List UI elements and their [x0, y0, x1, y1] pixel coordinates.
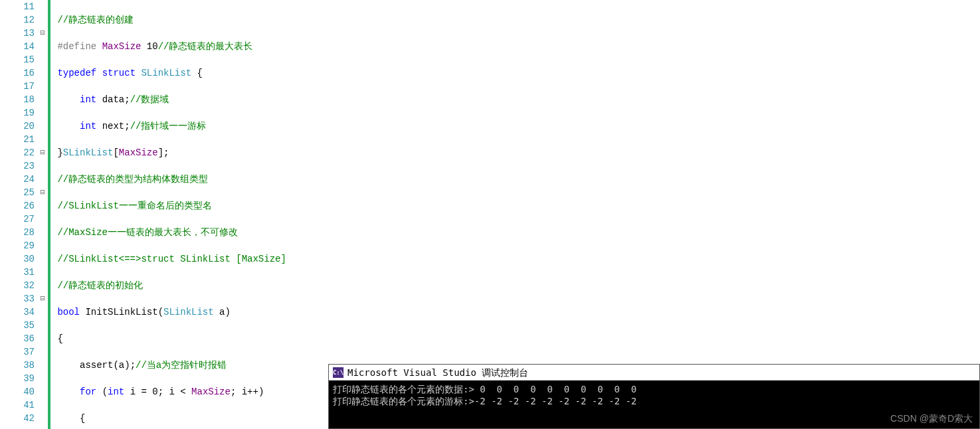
console-titlebar[interactable]: C:\ Microsoft Visual Studio 调试控制台: [329, 365, 979, 381]
comment: //SLinkList<==>struct SLinkList [MaxSize…: [57, 254, 286, 264]
console-title-text: Microsoft Visual Studio 调试控制台: [347, 365, 528, 381]
comment: //静态链表的最大表长: [158, 41, 253, 52]
macro: MaxSize: [191, 386, 231, 397]
keyword: for: [80, 386, 96, 397]
fold-toggle-icon[interactable]: ⊟: [37, 146, 48, 159]
line-number: 23: [0, 159, 35, 173]
keyword: typedef: [57, 68, 96, 78]
line-number: 16: [0, 66, 35, 80]
code-line[interactable]: {: [52, 332, 980, 345]
comment: //SLinkList一一重命名后的类型名: [57, 201, 211, 211]
type: SLinkList: [63, 147, 114, 158]
line-number: 40: [0, 385, 35, 398]
punct: ];: [158, 147, 169, 158]
brace: {: [80, 413, 85, 424]
line-number: 41: [0, 398, 35, 412]
punct: (: [158, 307, 163, 317]
line-number: 21: [0, 133, 35, 146]
type: SLinkList: [163, 307, 214, 317]
line-number: 42: [0, 412, 35, 425]
code-line[interactable]: int next;//指针域一一游标: [52, 120, 980, 133]
type: SLinkList: [141, 68, 191, 78]
fold-toggle-icon[interactable]: ⊟: [37, 27, 48, 40]
fold-toggle-icon[interactable]: ⊟: [37, 292, 48, 305]
line-number: 13: [0, 27, 35, 40]
code-line[interactable]: //SLinkList一一重命名后的类型名: [52, 199, 980, 213]
macro: MaxSize: [119, 147, 158, 158]
line-number: 12: [0, 13, 35, 27]
identifier: a: [119, 360, 124, 371]
line-number: 33: [0, 292, 35, 305]
identifier: data: [102, 94, 125, 105]
comment: //MaxSize一一链表的最大表长，不可修改: [57, 227, 238, 238]
comment: //静态链表的初始化: [57, 280, 143, 291]
preprocessor: #define: [57, 41, 96, 52]
console-line: 打印静态链表的各个元素的数据:> 0 0 0 0 0 0 0 0 0 0: [333, 383, 975, 395]
line-number: 22: [0, 146, 35, 159]
line-number-gutter: 11 12 13 14 15 16 17 18 19 20 21 22 23 2…: [0, 0, 37, 429]
code-line[interactable]: //SLinkList<==>struct SLinkList [MaxSize…: [52, 252, 980, 266]
punct: [: [113, 147, 118, 158]
comment: //当a为空指针时报错: [136, 360, 227, 371]
brace: {: [191, 68, 203, 78]
punct: );: [124, 360, 136, 371]
line-number: 11: [0, 0, 35, 13]
comment: //静态链表的创建: [57, 15, 134, 25]
line-number: 28: [0, 226, 35, 239]
code-line[interactable]: typedef struct SLinkList {: [52, 66, 980, 80]
line-number: 26: [0, 199, 35, 213]
keyword: struct: [102, 68, 136, 78]
brace: }: [57, 147, 62, 158]
line-number: 38: [0, 359, 35, 372]
line-number: 18: [0, 93, 35, 106]
fold-toggle-icon[interactable]: ⊟: [37, 186, 48, 199]
line-number: 34: [0, 305, 35, 319]
comment: //静态链表的类型为结构体数组类型: [57, 174, 208, 185]
code-line[interactable]: //静态链表的创建: [52, 13, 980, 27]
line-number: 36: [0, 332, 35, 345]
watermark-text: CSDN @蒙奇D索大: [890, 412, 973, 424]
code-line[interactable]: //静态链表的类型为结构体数组类型: [52, 173, 980, 186]
keyword: int: [80, 121, 96, 131]
console-icon: C:\: [333, 367, 343, 378]
code-line[interactable]: //静态链表的初始化: [52, 279, 980, 292]
code-line[interactable]: }SLinkList[MaxSize];: [52, 146, 980, 159]
fold-gutter: ⊟ ⊟ ⊟ ⊟: [37, 0, 48, 429]
expr: i = 0; i <: [124, 386, 191, 397]
console-output[interactable]: 打印静态链表的各个元素的数据:> 0 0 0 0 0 0 0 0 0 0打印静态…: [329, 381, 979, 428]
line-number: 29: [0, 239, 35, 252]
line-number: 25: [0, 186, 35, 199]
number: 10: [147, 41, 158, 52]
line-number: 39: [0, 372, 35, 385]
line-number: 27: [0, 213, 35, 226]
punct: ;: [124, 94, 130, 105]
line-number: 15: [0, 53, 35, 66]
line-number: 30: [0, 252, 35, 266]
code-line[interactable]: #define MaxSize 10//静态链表的最大表长: [52, 40, 980, 53]
line-number: 20: [0, 120, 35, 133]
macro: MaxSize: [102, 41, 142, 52]
line-number: 35: [0, 319, 35, 332]
code-line[interactable]: bool InitSLinkList(SLinkList a): [52, 305, 980, 319]
brace: {: [57, 333, 62, 344]
line-number: 24: [0, 173, 35, 186]
code-line[interactable]: //MaxSize一一链表的最大表长，不可修改: [52, 226, 980, 239]
line-number: 32: [0, 279, 35, 292]
expr: ; i++): [231, 386, 264, 397]
debug-console-window[interactable]: C:\ Microsoft Visual Studio 调试控制台 打印静态链表…: [328, 364, 980, 429]
punct: ;: [124, 121, 130, 131]
function: InitSLinkList: [85, 307, 157, 317]
punct: (: [113, 360, 118, 371]
function: assert: [80, 360, 113, 371]
punct: ): [225, 307, 230, 317]
punct: (: [96, 386, 108, 397]
comment: //数据域: [130, 94, 169, 105]
console-line: 打印静态链表的各个元素的游标:>-2 -2 -2 -2 -2 -2 -2 -2 …: [333, 395, 975, 407]
keyword: int: [108, 386, 124, 397]
comment: //指针域一一游标: [130, 121, 207, 131]
line-number: 17: [0, 80, 35, 93]
identifier: next: [102, 121, 125, 131]
line-number: 19: [0, 106, 35, 120]
keyword: int: [80, 94, 96, 105]
code-line[interactable]: int data;//数据域: [52, 93, 980, 106]
